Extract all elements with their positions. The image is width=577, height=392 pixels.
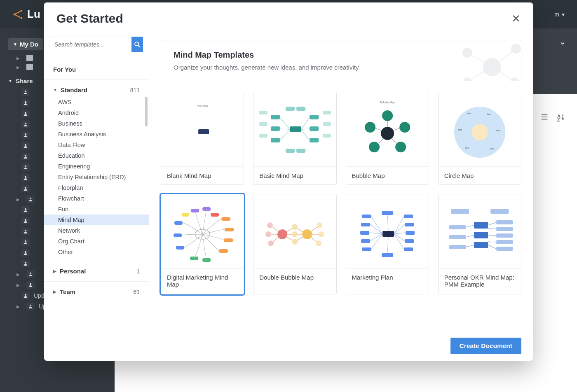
template-preview [253, 194, 336, 268]
svg-rect-87 [174, 233, 182, 237]
category-item[interactable]: Android [44, 107, 149, 118]
category-item[interactable]: AWS [44, 97, 149, 107]
template-card[interactable]: itemitemitemitemitemitemCircle Map [438, 92, 521, 185]
svg-rect-91 [224, 238, 233, 242]
category-item[interactable]: Education [44, 150, 149, 161]
scrollbar-thumb[interactable] [145, 97, 148, 126]
search-input[interactable] [50, 37, 131, 52]
template-card[interactable]: Mind MapBlank Mind Map [161, 92, 244, 185]
for-you-section[interactable]: For You [44, 63, 149, 76]
modal-title: Get Started [56, 12, 123, 26]
svg-rect-134 [382, 253, 393, 257]
template-card[interactable]: Basic Mind Map [253, 92, 336, 185]
svg-point-120 [318, 231, 324, 237]
svg-line-140 [394, 216, 404, 234]
svg-point-118 [268, 240, 274, 246]
category-item[interactable]: Entity Relationship (ERD) [44, 172, 149, 182]
template-name: Blank Mind Map [161, 166, 244, 184]
svg-line-145 [387, 215, 388, 231]
svg-rect-96 [190, 257, 198, 260]
svg-line-139 [371, 234, 382, 249]
modal-overlay: Get Started ✕ For You ▼Standard 81 [0, 0, 577, 392]
svg-point-67 [382, 110, 393, 121]
svg-text:item: item [490, 147, 493, 150]
svg-rect-42 [290, 126, 301, 132]
template-card[interactable]: Marketing Plan [346, 194, 429, 294]
standard-section[interactable]: ▼Standard 811 [44, 83, 149, 97]
svg-rect-52 [296, 149, 305, 153]
svg-rect-155 [496, 240, 513, 244]
svg-rect-51 [286, 149, 295, 153]
svg-rect-89 [221, 217, 230, 221]
svg-line-167 [488, 245, 496, 249]
template-name: Personal OKR Mind Map: PMM Example [439, 268, 521, 294]
svg-line-165 [488, 235, 496, 236]
template-cards-grid: Mind MapBlank Mind MapBasic Mind MapBubb… [161, 92, 521, 294]
search-button[interactable] [131, 37, 143, 52]
svg-point-66 [381, 127, 394, 140]
svg-rect-86 [174, 221, 183, 225]
svg-line-74 [392, 139, 397, 144]
category-item[interactable]: Fun [44, 204, 149, 215]
template-card[interactable]: Double Bubble Map [253, 194, 336, 294]
caret-right-icon: ▶ [53, 269, 56, 273]
svg-point-115 [292, 239, 298, 245]
svg-line-73 [393, 128, 400, 131]
svg-text:item: item [487, 113, 491, 115]
svg-line-59 [280, 117, 290, 129]
template-card[interactable]: Personal OKR Mind Map: PMM Example [438, 194, 521, 294]
category-item[interactable]: Business [44, 118, 149, 129]
category-item[interactable]: Business Analysis [44, 129, 149, 140]
svg-line-61 [280, 129, 290, 140]
category-item[interactable]: Engineering [44, 161, 149, 172]
svg-rect-92 [219, 249, 228, 253]
category-item[interactable]: Org Chart [44, 236, 149, 247]
template-card[interactable]: Digital Marketing Mind Map [161, 194, 244, 294]
svg-rect-55 [259, 134, 267, 138]
svg-text:item: item [496, 129, 500, 132]
create-document-button[interactable]: Create Document [450, 338, 521, 354]
svg-line-60 [280, 129, 290, 129]
svg-line-75 [378, 139, 383, 144]
close-icon[interactable]: ✕ [511, 12, 521, 25]
svg-point-71 [365, 122, 375, 133]
svg-rect-95 [211, 213, 219, 217]
personal-section[interactable]: ▶Personal 1 [44, 264, 149, 278]
search-icon [134, 41, 141, 48]
team-section[interactable]: ▶Team 61 [44, 285, 149, 299]
category-item[interactable]: Mind Map [44, 215, 149, 225]
svg-line-143 [394, 234, 405, 241]
svg-line-142 [394, 233, 406, 234]
svg-rect-125 [360, 231, 369, 235]
category-item[interactable]: Network [44, 225, 149, 236]
svg-text:Bubble Map: Bubble Map [380, 101, 395, 104]
svg-rect-133 [382, 211, 393, 215]
svg-line-135 [371, 216, 382, 234]
category-item[interactable]: Data Flow [44, 140, 149, 150]
svg-point-78 [471, 124, 488, 140]
svg-rect-159 [449, 245, 466, 249]
template-name: Basic Mind Map [253, 166, 336, 184]
svg-rect-57 [323, 122, 331, 126]
template-name: Bubble Map [346, 166, 429, 184]
svg-rect-45 [271, 138, 280, 142]
template-preview [346, 194, 429, 268]
template-preview [161, 194, 244, 268]
svg-line-160 [466, 225, 474, 227]
svg-rect-157 [449, 225, 466, 229]
category-item[interactable]: Other [44, 247, 149, 257]
svg-line-163 [488, 222, 496, 225]
svg-rect-132 [404, 247, 413, 251]
svg-line-144 [394, 234, 404, 249]
category-item[interactable]: Flowchart [44, 193, 149, 204]
svg-rect-97 [202, 258, 211, 262]
template-card[interactable]: Bubble MapBubble Map [346, 92, 429, 185]
hero-graphic [443, 40, 521, 81]
template-name: Circle Map [439, 166, 521, 184]
svg-rect-44 [271, 126, 280, 131]
category-list: AWSAndroidBusinessBusiness AnalysisData … [44, 97, 149, 257]
svg-rect-43 [271, 115, 280, 119]
category-item[interactable]: Floorplan [44, 182, 149, 193]
svg-rect-88 [176, 246, 184, 250]
svg-rect-47 [310, 126, 319, 131]
